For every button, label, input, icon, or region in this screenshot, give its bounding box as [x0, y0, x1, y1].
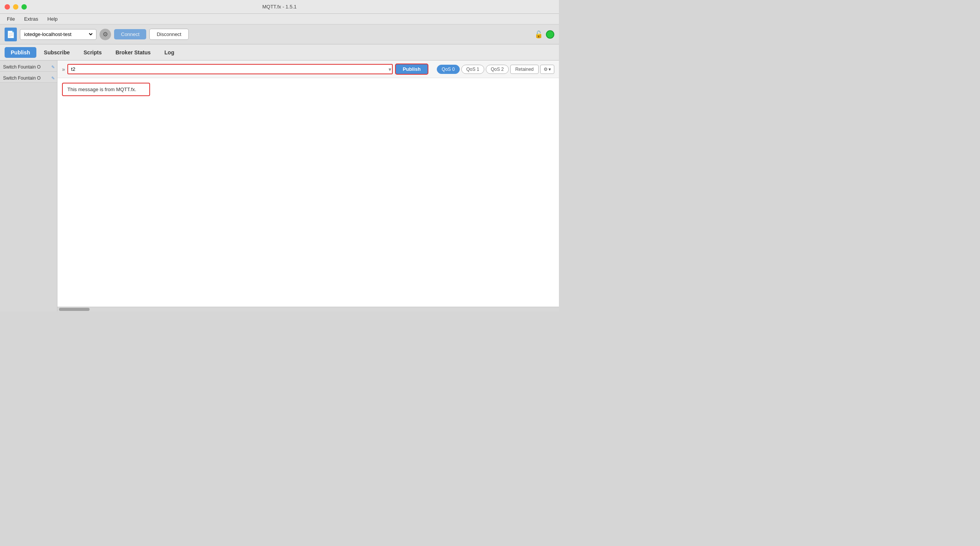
- toolbar-right: 🔓: [534, 30, 554, 39]
- message-text: This message is from MQTT.fx.: [67, 87, 136, 92]
- menu-file[interactable]: File: [3, 15, 19, 23]
- disconnect-button[interactable]: Disconnect: [149, 29, 188, 40]
- window-controls: [5, 4, 27, 10]
- menu-extras[interactable]: Extras: [20, 15, 42, 23]
- options-button[interactable]: ⚙ ▾: [540, 65, 554, 74]
- lock-icon: 🔓: [534, 30, 543, 39]
- sidebar-item-0[interactable]: Switch Fountain O ✎: [0, 60, 57, 72]
- tab-subscribe[interactable]: Subscribe: [38, 47, 76, 58]
- options-arrow-icon: ▾: [549, 67, 551, 72]
- maximize-button[interactable]: [21, 4, 27, 10]
- tab-scripts[interactable]: Scripts: [77, 47, 108, 58]
- publish-button[interactable]: Publish: [395, 64, 428, 75]
- close-button[interactable]: [5, 4, 10, 10]
- window-title: MQTT.fx - 1.5.1: [262, 4, 297, 10]
- message-area: This message is from MQTT.fx.: [57, 78, 559, 307]
- minimize-button[interactable]: [13, 4, 18, 10]
- sidebar-item-label-1: Switch Fountain O: [3, 75, 54, 81]
- publish-topbar: » ▾ Publish QoS 0 QoS 1 QoS 2 Retained ⚙…: [57, 60, 559, 78]
- connection-status-dot: [546, 30, 554, 39]
- topic-input[interactable]: [67, 64, 393, 74]
- sidebar-item-1[interactable]: Switch Fountain O ✎: [0, 72, 57, 83]
- right-panel: » ▾ Publish QoS 0 QoS 1 QoS 2 Retained ⚙…: [57, 60, 559, 311]
- tab-broker-status[interactable]: Broker Status: [109, 47, 157, 58]
- edit-icon-1: ✎: [51, 76, 55, 81]
- connection-select[interactable]: iotedge-localhost-test: [23, 31, 94, 38]
- qos-1-button[interactable]: QoS 1: [461, 65, 484, 74]
- retained-button[interactable]: Retained: [510, 65, 539, 74]
- edit-icon-0: ✎: [51, 65, 55, 70]
- message-box: This message is from MQTT.fx.: [62, 83, 150, 96]
- scrollbar-area: [57, 307, 559, 311]
- connect-button[interactable]: Connect: [114, 29, 146, 39]
- title-bar: MQTT.fx - 1.5.1: [0, 0, 559, 14]
- connection-select-wrapper[interactable]: iotedge-localhost-test: [20, 29, 96, 40]
- sidebar-item-label-0: Switch Fountain O: [3, 64, 54, 70]
- tab-log[interactable]: Log: [158, 47, 181, 58]
- menu-bar: File Extras Help: [0, 14, 559, 25]
- main-content: Switch Fountain O ✎ Switch Fountain O ✎ …: [0, 60, 559, 311]
- sidebar: Switch Fountain O ✎ Switch Fountain O ✎: [0, 60, 57, 311]
- new-connection-icon[interactable]: 📄: [5, 28, 17, 41]
- gear-icon: ⚙: [103, 31, 108, 38]
- tab-bar: Publish Subscribe Scripts Broker Status …: [0, 44, 559, 60]
- tab-publish[interactable]: Publish: [5, 47, 36, 58]
- qos-group: QoS 0 QoS 1 QoS 2 Retained ⚙ ▾: [437, 65, 554, 74]
- expand-icon[interactable]: »: [62, 66, 65, 72]
- qos-0-button[interactable]: QoS 0: [437, 65, 460, 74]
- toolbar: 📄 iotedge-localhost-test ⚙ Connect Disco…: [0, 25, 559, 44]
- menu-help[interactable]: Help: [44, 15, 62, 23]
- topic-dropdown-arrow[interactable]: ▾: [389, 66, 391, 72]
- topic-input-wrapper: ▾: [67, 64, 393, 74]
- options-gear-icon: ⚙: [544, 67, 548, 72]
- settings-button[interactable]: ⚙: [100, 29, 111, 40]
- qos-2-button[interactable]: QoS 2: [486, 65, 509, 74]
- scrollbar-thumb[interactable]: [59, 308, 90, 311]
